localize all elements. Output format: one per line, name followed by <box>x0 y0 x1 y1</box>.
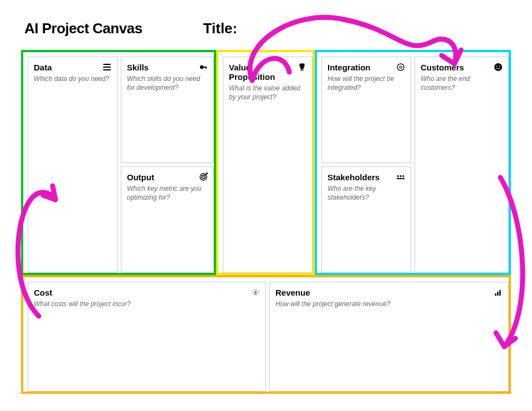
block-skills-label: Skills <box>127 63 149 72</box>
block-output-desc: Which key metric are you optimizing for? <box>127 184 208 202</box>
block-value-desc: What is the value added by your project? <box>229 84 306 102</box>
svg-point-10 <box>402 175 404 177</box>
svg-point-5 <box>203 176 204 177</box>
block-data-label: Data <box>34 63 52 72</box>
block-data[interactable]: Data Which data do you need? <box>28 57 117 273</box>
block-value[interactable]: Value Proposition What is the value adde… <box>223 57 313 273</box>
block-cost[interactable]: Cost $ What costs will the project incur… <box>28 282 266 392</box>
block-stakeholders-label: Stakeholders <box>328 172 380 182</box>
block-cost-label: Cost <box>34 288 52 297</box>
face-icon <box>494 63 503 72</box>
canvas: Data Which data do you need? Skills Whic… <box>21 50 511 394</box>
block-integration-desc: How will the project be integrated? <box>328 74 405 92</box>
trophy-icon <box>298 63 306 72</box>
svg-rect-16 <box>495 293 497 296</box>
svg-rect-2 <box>206 67 207 69</box>
svg-rect-18 <box>499 290 501 296</box>
block-customers[interactable]: Customers Who are the end customers? <box>415 57 509 273</box>
block-customers-label: Customers <box>421 63 464 72</box>
target-icon <box>199 172 208 181</box>
block-cost-desc: What costs will the project incur? <box>34 300 260 308</box>
block-value-label: Value Proposition <box>229 63 298 82</box>
block-stakeholders-desc: Who are the key stakeholders? <box>328 184 405 202</box>
group-value: Value Proposition What is the value adde… <box>216 50 315 275</box>
block-data-desc: Which data do you need? <box>34 74 111 83</box>
svg-point-13 <box>499 66 500 67</box>
block-revenue-label: Revenue <box>275 288 310 297</box>
block-output-label: Output <box>127 172 154 182</box>
people-icon <box>396 172 405 181</box>
block-integration[interactable]: Integration How will the project be inte… <box>321 57 411 163</box>
block-output[interactable]: Output Which key metric are you optimizi… <box>121 166 214 273</box>
header: AI Project Canvas Title: <box>0 0 532 37</box>
block-revenue-desc: How will the project generate revenue? <box>275 300 503 308</box>
svg-point-7 <box>400 66 402 68</box>
svg-text:$: $ <box>254 290 257 295</box>
list-icon <box>103 63 111 72</box>
canvas-title: AI Project Canvas <box>24 20 142 37</box>
block-skills-desc: Which skills do you need for development… <box>127 74 208 92</box>
block-stakeholders[interactable]: Stakeholders Who are the key stakeholder… <box>321 166 411 273</box>
group-ingredients: Data Which data do you need? Skills Whic… <box>21 50 216 275</box>
dollar-icon: $ <box>251 288 260 297</box>
block-integration-label: Integration <box>328 63 371 72</box>
group-financials: Cost $ What costs will the project incur… <box>21 275 511 394</box>
block-revenue[interactable]: Revenue How will the project generate re… <box>269 282 509 392</box>
block-customers-desc: Who are the end customers? <box>421 74 503 92</box>
block-skills[interactable]: Skills Which skills do you need for deve… <box>121 57 214 163</box>
key-icon <box>199 63 208 72</box>
title-field-label: Title: <box>203 20 238 37</box>
svg-point-11 <box>494 63 502 71</box>
gear-icon <box>396 63 405 72</box>
group-customers: Integration How will the project be inte… <box>315 50 511 275</box>
svg-point-9 <box>400 175 401 177</box>
svg-point-8 <box>397 175 399 177</box>
bars-icon <box>494 288 503 297</box>
svg-rect-17 <box>497 292 499 296</box>
svg-point-12 <box>497 66 498 67</box>
